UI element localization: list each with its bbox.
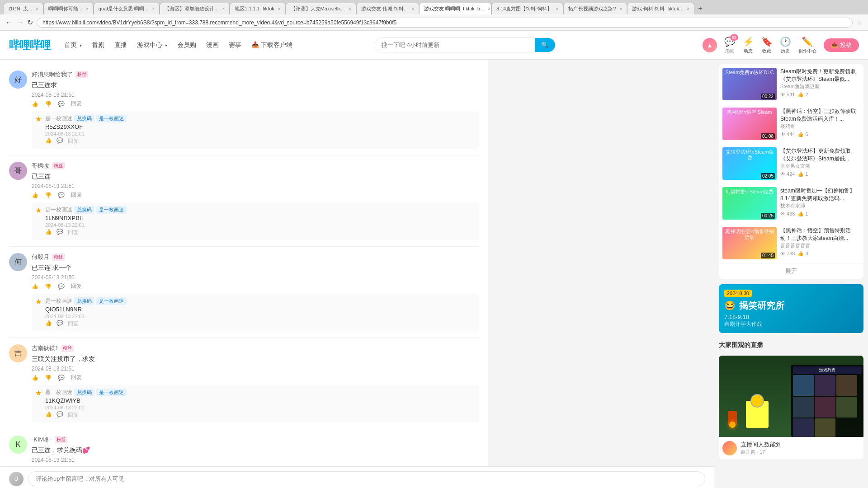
comment-body: 哥枫妆 粉丝 已三连 2024-08-13 21:51 👍 👎 💬 回复 ★ — [32, 162, 479, 240]
reply-star-icon: ★ — [35, 115, 42, 145]
reply-action[interactable]: 💬 — [58, 375, 65, 381]
live-card[interactable]: 游戏列表 直播间人数能到 — [719, 356, 863, 459]
browser-tab-3[interactable]: goat是什么意思·啊啊... × — [94, 3, 160, 14]
reply-more[interactable]: 回复 — [68, 229, 79, 236]
like-action[interactable]: 👍 — [32, 192, 38, 198]
ad-date-range: 7.18-9.10 — [724, 314, 749, 320]
reply-more[interactable]: 回复 — [68, 137, 79, 145]
comments-wrapper: 好 好消息啊给我了 粉丝 已三连求 2024-08-13 21:51 👍 👎 💬… — [0, 60, 714, 488]
reply-content: 是一枚画迷 兑换码 是一枚画迷 R5ZS29XXOF 2024-08-13 22… — [45, 115, 476, 145]
username[interactable]: 吉南钛镁1 — [32, 344, 58, 352]
video-meta: 👁 541 👍 2 — [780, 92, 860, 98]
back-button[interactable]: ← — [5, 19, 13, 27]
right-sidebar: Steam免费\n法环DLC 00:22 Steam限时免费！更新免费领取《艾尔… — [714, 60, 868, 488]
sidebar-video-item[interactable]: 黑神话悟空\n预售特别活动 01:45 【黑神话：悟空】预售特别活动！三步教大家… — [719, 223, 863, 263]
header-create[interactable]: ✏️ 创作中心 — [798, 36, 816, 54]
reply-like[interactable]: 👍 — [45, 137, 52, 145]
reply-time: 2024-08-13 22:01 — [45, 222, 476, 228]
sidebar-video-item[interactable]: 黑神话\n悟空 Steam 01:08 【黑神话：悟空】三步教你获取Steam免… — [719, 104, 863, 144]
header-message[interactable]: 💬 99 消息 — [724, 36, 736, 54]
search-bar[interactable]: 🔍 — [375, 38, 556, 52]
header-history[interactable]: 🕐 历史 — [780, 36, 791, 54]
share-action[interactable]: 回复 — [71, 465, 82, 466]
expand-button[interactable]: 展开 — [719, 263, 863, 279]
dislike-action[interactable]: 👎 — [45, 192, 52, 198]
sidebar-video-item[interactable]: 艾尔登法环\nSteam免费 02:05 【艾尔登法环】更新免费领取《艾尔登法环… — [719, 144, 863, 183]
bilibili-logo[interactable]: 哔哩哔哩 — [9, 38, 51, 52]
search-button[interactable]: 🔍 — [535, 38, 555, 52]
browser-tab-1[interactable]: [1GN] 太... × — [4, 3, 43, 14]
nav-manga[interactable]: 漫画 — [202, 38, 223, 52]
browser-tab-4[interactable]: 【游区】添加细致设计... × — [160, 3, 230, 14]
sidebar-video-item[interactable]: Steam免费\n法环DLC 00:22 Steam限时免费！更新免费领取《艾尔… — [719, 64, 863, 104]
nav-live[interactable]: 直播 — [110, 38, 132, 52]
sidebar-recommendations: Steam免费\n法环DLC 00:22 Steam限时免费！更新免费领取《艾尔… — [719, 64, 863, 279]
reply-action[interactable]: 💬 — [58, 466, 65, 467]
username[interactable]: 好消息啊给我了 — [32, 70, 73, 79]
like-count: 👍 1 — [797, 211, 808, 217]
header-dynamic[interactable]: ⚡ 动态 — [743, 36, 754, 54]
ip-badge: 是一枚画迷 — [96, 206, 127, 214]
nav-anime[interactable]: 番剧 — [87, 38, 109, 52]
nav-home[interactable]: 首页 ▾ — [60, 38, 86, 52]
nav-game-center[interactable]: 游戏中心 ▾ — [132, 38, 172, 52]
like-action[interactable]: 👍 — [32, 283, 38, 290]
share-action[interactable]: 回复 — [71, 100, 82, 108]
reply-more[interactable]: 回复 — [68, 411, 79, 419]
nav-download[interactable]: 📥 下载客户端 — [247, 38, 297, 52]
comment-actions: 👍 👎 💬 回复 — [32, 465, 479, 466]
url-input[interactable] — [37, 18, 853, 28]
browser-tab-11[interactable]: 游戏·饲料·饲料_tiktok... × — [627, 3, 694, 14]
share-action[interactable]: 回复 — [71, 191, 82, 199]
reply-like[interactable]: 👍 — [45, 229, 52, 236]
comment-text: 已三连，求兑换码💕 — [32, 446, 479, 455]
reply-like[interactable]: 👍 — [45, 320, 52, 328]
new-tab-button[interactable]: + — [694, 3, 706, 14]
dislike-action[interactable]: 👎 — [45, 375, 52, 381]
username[interactable]: -KIM冬- — [32, 436, 52, 444]
browser-tab-5[interactable]: 地区1.1.1.1_tiktok × — [230, 3, 285, 14]
dislike-action[interactable]: 👎 — [45, 101, 52, 107]
dislike-action[interactable]: 👎 — [45, 283, 52, 290]
sidebar-video-item[interactable]: 幻兽帕鲁\nSteam免费 00:25 steam限时番加一【幻兽帕鲁】8.14… — [719, 183, 863, 223]
like-action[interactable]: 👍 — [32, 101, 38, 107]
browser-tab-2[interactable]: 啊啊啊你可能... × — [43, 3, 94, 14]
nav-esports[interactable]: 赛事 — [224, 38, 246, 52]
browser-tab-9[interactable]: 8.14直方图【饲料·饲料】 × — [491, 3, 563, 14]
reply-label: 是一枚画迷 兑换码 是一枚画迷 — [45, 206, 476, 214]
forward-button[interactable]: → — [16, 19, 24, 27]
reply-action[interactable]: 💬 — [58, 283, 65, 290]
comment-input[interactable] — [28, 471, 705, 486]
comment-time: 2024-08-13 21:51 — [32, 92, 479, 98]
like-action[interactable]: 👍 — [32, 375, 38, 381]
reply-reply[interactable]: 💬 — [57, 320, 63, 328]
video-info: 【黑神话：悟空】预售特别活动！三步教大家steam白嫖... 善善善冒冒冒 👁 … — [780, 227, 860, 259]
browser-tab-10[interactable]: 拓广长视频游戏之路? × — [563, 3, 627, 14]
search-input[interactable] — [375, 38, 535, 52]
ip-badge: 是一枚画迷 — [96, 297, 127, 305]
reply-reply[interactable]: 💬 — [57, 229, 63, 236]
reload-button[interactable]: ↻ — [27, 18, 33, 27]
reply-action[interactable]: 💬 — [58, 101, 65, 107]
nav-vip-shop[interactable]: 会员购 — [173, 38, 201, 52]
username[interactable]: 哥枫妆 — [32, 162, 49, 170]
reply-more[interactable]: 回复 — [68, 320, 79, 328]
browser-tab-6[interactable]: 【评测】大先Maxwellk... × — [286, 3, 356, 14]
reply-reply[interactable]: 💬 — [57, 137, 63, 145]
header-favorite[interactable]: 🔖 收藏 — [761, 36, 773, 54]
reply-action[interactable]: 💬 — [58, 192, 65, 198]
dislike-action[interactable]: 👎 — [45, 466, 52, 467]
upload-button[interactable]: 📤 投稿 — [824, 38, 859, 52]
share-action[interactable]: 回复 — [71, 282, 82, 290]
ad-banner[interactable]: 2024 8.30 😂 揭笑研究所 7.18-9.10 喜剧开学大作战 — [719, 284, 863, 333]
username[interactable]: 何毅月 — [32, 253, 49, 261]
share-action[interactable]: 回复 — [71, 374, 82, 381]
bookmark-star[interactable]: ☆ — [856, 18, 863, 27]
header-avatar[interactable]: ▲ — [703, 38, 717, 52]
browser-tab-8[interactable]: 游戏交友 啊啊啊_tiktok_b... × — [419, 3, 491, 14]
reply-reply[interactable]: 💬 — [57, 411, 63, 419]
browser-tab-7[interactable]: 游戏交友 伟城·饲料... × — [356, 3, 419, 14]
like-action[interactable]: 👍 — [32, 466, 38, 467]
reply-like[interactable]: 👍 — [45, 411, 52, 419]
live-details: 直播间人数能到 道具购 · 17 — [741, 441, 860, 455]
